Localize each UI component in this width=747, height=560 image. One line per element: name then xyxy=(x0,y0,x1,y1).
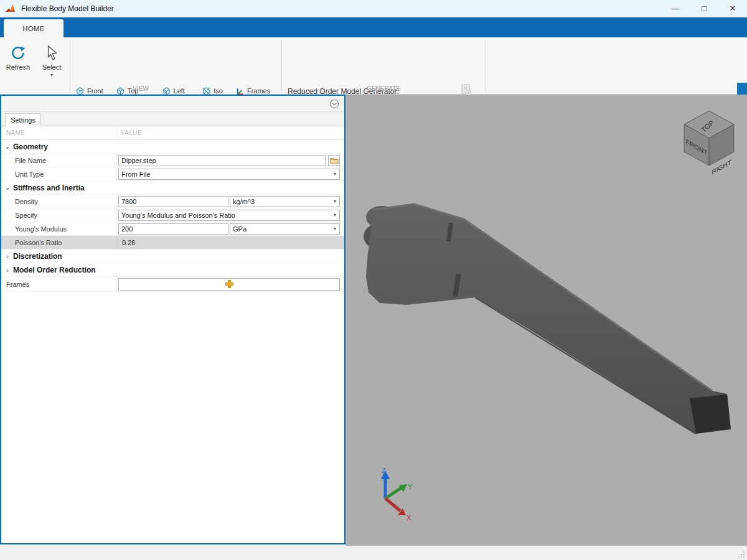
toolstrip-corner-button[interactable] xyxy=(737,83,747,95)
maximize-button[interactable]: □ xyxy=(690,0,718,17)
settings-panel-header xyxy=(1,96,344,112)
unit-type-label: Unit Type xyxy=(1,167,117,180)
minimize-button[interactable]: — xyxy=(661,0,690,17)
chevron-down-icon: ▾ xyxy=(331,212,339,218)
status-bar xyxy=(0,546,747,560)
panel-collapse-button[interactable] xyxy=(329,99,339,109)
section-model-order-reduction[interactable]: › Model Order Reduction xyxy=(1,263,344,277)
section-discretization-title: Discretization xyxy=(13,252,62,261)
row-unit-type: Unit Type From File ▾ xyxy=(1,167,344,181)
row-density: Density kg/m^3 ▾ xyxy=(1,195,344,208)
section-stiffness-inertia[interactable]: ⌄ Stiffness and Inertia xyxy=(1,181,344,195)
refresh-button[interactable]: Refresh xyxy=(4,42,32,83)
close-button[interactable]: ✕ xyxy=(718,0,747,17)
ribbon-divider xyxy=(281,40,282,92)
matlab-logo-icon xyxy=(5,3,16,14)
settings-tab-bar: Settings xyxy=(1,112,344,126)
section-mor-title: Model Order Reduction xyxy=(13,266,96,274)
ribbon-divider xyxy=(70,40,70,92)
poissons-ratio-value: 0.26 xyxy=(118,239,135,246)
youngs-unit-value: GPa xyxy=(230,225,331,233)
section-stiffness-title: Stiffness and Inertia xyxy=(13,184,85,192)
chevron-right-icon: › xyxy=(4,266,11,274)
frames-field[interactable] xyxy=(118,278,340,291)
chevron-down-icon: ▾ xyxy=(331,198,339,204)
select-button[interactable]: Select ▾ xyxy=(37,42,66,83)
row-specify: Specify Young's Modulus and Poisson's Ra… xyxy=(1,208,344,222)
section-geometry-title: Geometry xyxy=(13,142,48,151)
density-label: Density xyxy=(1,195,117,208)
toolstrip-tab-bar: HOME xyxy=(0,17,747,37)
row-poissons-ratio[interactable]: Poisson's Ratio 0.26 xyxy=(1,236,344,250)
chevron-down-icon: ▾ xyxy=(331,171,339,177)
specify-label: Specify xyxy=(1,208,117,222)
folder-icon xyxy=(330,157,339,164)
refresh-icon xyxy=(10,45,26,61)
youngs-modulus-label: Young's Modulus xyxy=(1,222,117,235)
density-input[interactable] xyxy=(118,196,228,207)
chevron-down-icon: ▾ xyxy=(50,73,53,77)
refresh-label: Refresh xyxy=(6,63,31,71)
chevron-down-icon: ⌄ xyxy=(4,142,11,151)
tab-home[interactable]: HOME xyxy=(4,19,63,37)
ribbon: Refresh Select ▾ Front Top Left xyxy=(0,37,747,95)
app-window: Flexible Body Model Builder — □ ✕ HOME R… xyxy=(0,0,747,560)
ribbon-divider xyxy=(486,40,486,92)
specify-value: Young's Modulus and Poisson's Ratio xyxy=(119,212,331,219)
tab-settings[interactable]: Settings xyxy=(5,113,41,127)
density-unit-dropdown[interactable]: kg/m^3 ▾ xyxy=(230,196,340,207)
chevron-down-icon: ⌄ xyxy=(4,184,11,192)
viewport-canvas[interactable]: TOP FRONT RIGHT Z Y X xyxy=(345,95,747,546)
row-file-name: File Name xyxy=(1,154,344,167)
row-frames: Frames xyxy=(1,277,344,292)
dipper-model-mesh xyxy=(364,204,731,434)
section-discretization[interactable]: › Discretization xyxy=(1,250,344,263)
chevron-right-icon: › xyxy=(4,253,11,260)
column-header-name: NAME xyxy=(1,126,117,139)
unit-type-dropdown[interactable]: From File ▾ xyxy=(118,169,340,180)
generate-group-label: GENERATE xyxy=(281,85,486,92)
cursor-icon xyxy=(44,45,60,61)
file-name-label: File Name xyxy=(1,154,117,167)
view-cube[interactable]: TOP FRONT RIGHT xyxy=(684,111,734,175)
youngs-unit-dropdown[interactable]: GPa ▾ xyxy=(230,223,340,235)
select-label: Select xyxy=(42,63,62,71)
section-geometry[interactable]: ⌄ Geometry xyxy=(1,140,344,154)
title-bar: Flexible Body Model Builder — □ ✕ xyxy=(0,0,747,17)
property-table-header: NAME VALUE xyxy=(1,126,344,140)
window-title: Flexible Body Model Builder xyxy=(21,4,114,13)
view-group-label: VIEW xyxy=(0,85,281,92)
row-youngs-modulus: Young's Modulus GPa ▾ xyxy=(1,222,344,236)
unit-type-value: From File xyxy=(119,170,331,178)
add-frame-plus-icon[interactable] xyxy=(225,279,234,289)
specify-dropdown[interactable]: Young's Modulus and Poisson's Ratio ▾ xyxy=(118,210,340,221)
window-controls: — □ ✕ xyxy=(661,0,747,17)
density-unit-value: kg/m^3 xyxy=(230,198,331,205)
frames-label: Frames xyxy=(1,277,117,291)
file-name-input[interactable] xyxy=(118,155,326,166)
resize-grip[interactable] xyxy=(737,550,746,559)
settings-panel: Settings NAME VALUE ⌄ Geometry File Name xyxy=(0,95,345,544)
axis-y-label: Y xyxy=(408,483,413,490)
poissons-ratio-label: Poisson's Ratio xyxy=(1,236,117,249)
browse-file-button[interactable] xyxy=(328,155,340,166)
axis-z-label: Z xyxy=(382,467,386,474)
axes-triad: Z Y X xyxy=(381,467,413,521)
youngs-modulus-input[interactable] xyxy=(118,223,228,235)
column-header-value: VALUE xyxy=(117,129,344,136)
chevron-down-icon: ▾ xyxy=(331,226,339,231)
axis-x-label: X xyxy=(406,514,411,521)
